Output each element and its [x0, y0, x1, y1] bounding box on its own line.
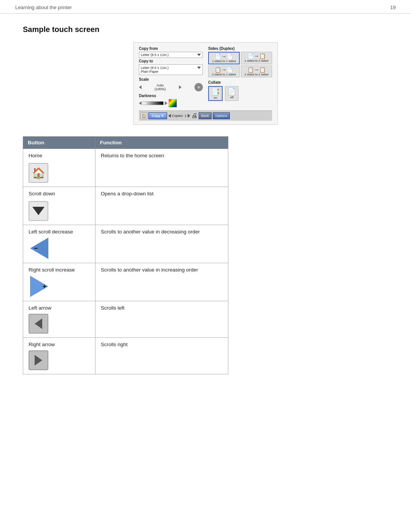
home-icon: 🏠 [32, 167, 45, 179]
table-row: Left arrow Scrolls left [23, 301, 228, 338]
td-button-left-scroll: Left scroll decrease − [23, 225, 96, 263]
ts-copy-to-arrow [197, 67, 201, 69]
ts-scale-right-arrow[interactable] [179, 85, 182, 89]
right-scroll-icon-container: + [29, 276, 50, 297]
left-scroll-cell: Left scroll decrease − [29, 229, 90, 259]
td-function-scroll-down: Opens a drop-down list [95, 187, 228, 225]
left-arrow-name: Left arrow [29, 305, 51, 311]
ts-color-box [169, 99, 177, 107]
ts-side-1to1[interactable]: 📄→📄 1 sided to 1 sided [208, 52, 240, 64]
table-row: Right arrow Scrolls right [23, 338, 228, 374]
ts-collate-off[interactable]: 📄 off [225, 86, 239, 101]
ts-scale-value: Auto(100%) [155, 83, 166, 91]
ts-collate-row: 📑 on 📄 off [208, 86, 272, 101]
ts-copy-from-dropdown[interactable]: Letter (8.5 x 11in.) [139, 52, 203, 58]
col-button-header: Button [23, 137, 96, 149]
td-button-home: Home 🏠 [23, 149, 96, 187]
ts-scale-left-arrow[interactable] [139, 85, 142, 89]
ts-collate-label: Collate [208, 80, 272, 85]
td-function-home: Returns to the home screen [95, 149, 228, 187]
left-scroll-decrease-icon: − [30, 238, 48, 259]
ts-darkness-label: Darkness [139, 94, 203, 98]
right-arrow-cell: Right arrow [29, 342, 90, 370]
ts-copies-value: 1 [185, 114, 186, 118]
scroll-down-function-text: Opens a drop-down list [101, 191, 223, 197]
td-button-scroll-down: Scroll down [23, 187, 96, 225]
ts-copy-to-dropdown[interactable]: Letter (8.5 x 11in.) Plain Paper [139, 64, 203, 75]
section-title: Sample touch screen [23, 25, 388, 34]
touch-screen-container: Copy from Letter (8.5 x 11in.) Copy to L… [23, 42, 388, 125]
scroll-down-name: Scroll down [29, 191, 55, 197]
right-arrow-name: Right arrow [29, 342, 55, 347]
ts-copy-from-value: Letter (8.5 x 11in.) [141, 53, 169, 57]
ts-darkness-left[interactable] [139, 101, 142, 105]
minus-icon: − [34, 244, 38, 252]
page-section-label: Learning about the printer [15, 5, 72, 10]
table-header-row: Button Function [23, 137, 228, 149]
left-arrow-cell: Left arrow [29, 305, 90, 334]
ts-options-button[interactable]: Options [213, 112, 230, 119]
ts-copies-label: Copies: [172, 114, 184, 118]
ts-side-2to1[interactable]: 📋→📄 2 sided to 1 sided [208, 66, 240, 77]
top-bar: Learning about the printer 19 [0, 0, 411, 14]
left-scroll-icon-container: − [29, 238, 50, 259]
td-function-left-arrow: Scrolls left [95, 301, 228, 338]
td-button-left-arrow: Left arrow [23, 301, 96, 338]
table-row: Scroll down Opens a drop-down list [23, 187, 228, 225]
ts-bottom-bar: 🏠 Copy It Copies: 1 🖨 Back Options [139, 110, 272, 121]
plus-icon: + [42, 283, 46, 291]
table-row: Right scroll increase + Scrolls to anoth… [23, 263, 228, 301]
ts-sides-grid: 📄→📄 1 sided to 1 sided 📄→📋 1 sided to 2 … [208, 52, 272, 77]
home-icon-box: 🏠 [29, 163, 48, 183]
left-scroll-name: Left scroll decrease [29, 229, 73, 235]
td-function-right-arrow: Scrolls right [95, 338, 228, 374]
td-function-right-scroll: Scrolls to another value in increasing o… [95, 263, 228, 301]
td-button-right-scroll: Right scroll increase + [23, 263, 96, 301]
ts-side-2to2[interactable]: 📋→📋 2 sided to 2 sided [241, 66, 272, 77]
right-arrow-icon-box [29, 350, 48, 370]
right-scroll-function-text: Scrolls to another value in increasing o… [101, 267, 223, 273]
touch-screen-ui: Copy from Letter (8.5 x 11in.) Copy to L… [133, 42, 278, 125]
ts-copy-to-value: Letter (8.5 x 11in.) [141, 66, 169, 70]
ts-copy-from-label: Copy from [139, 46, 203, 51]
ts-copies-section: Copies: 1 [168, 114, 191, 118]
right-scroll-cell: Right scroll increase + [29, 267, 90, 297]
ts-dropdown-arrow [197, 54, 201, 56]
scroll-down-icon [32, 207, 45, 215]
ts-gear-icon[interactable]: ⚙ [194, 83, 203, 91]
ts-darkness-bar [143, 101, 164, 105]
ts-scale-label: Scale [139, 77, 149, 81]
ts-collate-on[interactable]: 📑 on [208, 86, 223, 101]
left-scroll-function-text: Scrolls to another value in decreasing o… [101, 229, 223, 235]
ts-printer-icon: 🖨 [191, 112, 198, 119]
button-table: Button Function Home 🏠 Returns to the ho… [23, 136, 228, 374]
ts-back-button[interactable]: Back [199, 112, 212, 119]
page-number: 19 [390, 5, 396, 10]
table-row: Left scroll decrease − Scrolls to anothe… [23, 225, 228, 263]
home-button-cell: Home 🏠 [29, 153, 90, 183]
ts-copyit-button[interactable]: Copy It [148, 112, 167, 119]
ts-side-1to2[interactable]: 📄→📋 1 sided to 2 sided [241, 52, 272, 64]
right-scroll-name: Right scroll increase [29, 267, 75, 273]
home-function-text: Returns to the home screen [101, 153, 223, 158]
left-arrow-icon-box [29, 314, 48, 334]
ts-darkness-right[interactable] [165, 101, 167, 105]
home-button-name: Home [29, 153, 42, 158]
td-function-left-scroll: Scrolls to another value in decreasing o… [95, 225, 228, 263]
ts-left-col: Copy from Letter (8.5 x 11in.) Copy to L… [139, 46, 203, 107]
right-arrow-function-text: Scrolls right [101, 342, 223, 347]
scroll-down-cell: Scroll down [29, 191, 90, 221]
col-function-header: Function [95, 137, 228, 149]
table-row: Home 🏠 Returns to the home screen [23, 149, 228, 187]
scroll-down-icon-box [29, 201, 48, 221]
left-arrow-icon [35, 318, 42, 329]
ts-copies-right-arrow[interactable] [188, 114, 190, 118]
ts-copy-to-label: Copy to [139, 59, 203, 63]
main-content: Sample touch screen Copy from Letter (8.… [0, 14, 411, 386]
right-scroll-increase-icon: + [30, 276, 48, 297]
ts-copies-left-arrow[interactable] [168, 114, 171, 118]
right-arrow-icon [35, 355, 42, 366]
ts-copy-to-subvalue: Plain Paper [141, 70, 159, 73]
td-button-right-arrow: Right arrow [23, 338, 96, 374]
ts-home-button[interactable]: 🏠 [140, 112, 147, 119]
